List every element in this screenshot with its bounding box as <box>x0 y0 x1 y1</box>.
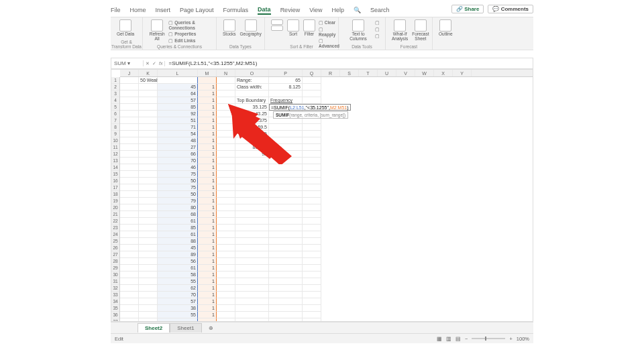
formula-input[interactable]: =SUMIF(L2:L51,"<35.1255",M2:M51) <box>165 60 260 66</box>
tab-insert[interactable]: Insert <box>156 7 171 13</box>
add-sheet-button[interactable]: ⊕ <box>202 324 220 333</box>
search[interactable]: Search <box>370 7 390 13</box>
stocks-button[interactable]: Stocks <box>223 19 236 37</box>
cancel-icon[interactable]: ✕ <box>146 61 150 66</box>
tab-formulas[interactable]: Formulas <box>223 7 249 13</box>
enter-icon[interactable]: ✓ <box>152 61 156 66</box>
tab-home[interactable]: Home <box>130 7 146 13</box>
column-headers[interactable]: JKLMNOPQRSTUVWXY <box>120 70 533 77</box>
tab-file[interactable]: File <box>111 7 121 13</box>
row-headers[interactable]: 1234567891011121314151617181920212223242… <box>111 77 120 321</box>
zoom-out-icon[interactable]: − <box>465 336 468 342</box>
zoom-slider[interactable] <box>472 338 505 339</box>
tab-page-layout[interactable]: Page Layout <box>180 7 214 13</box>
zoom-level[interactable]: 100% <box>517 336 529 342</box>
view-layout-icon[interactable]: ▥ <box>446 336 451 342</box>
refresh-all-button[interactable]: Refresh All <box>149 19 165 44</box>
tab-review[interactable]: Review <box>280 7 301 13</box>
outline-button[interactable]: Outline <box>439 19 453 37</box>
reapply[interactable]: ▢ Reapply <box>319 27 339 37</box>
status-bar: Edit ▦ ▥ ▤ − + 100% <box>111 333 533 343</box>
sheet-tab-sheet2[interactable]: Sheet2 <box>138 323 170 333</box>
tab-data[interactable]: Data <box>258 6 271 15</box>
queries-conn[interactable]: ▢ Queries & Connections <box>168 20 211 30</box>
geography-button[interactable]: Geography <box>240 19 262 37</box>
text-to-columns-button[interactable]: Text to Columns <box>345 19 372 41</box>
forecast-button[interactable]: Forecast Sheet <box>412 19 429 41</box>
view-break-icon[interactable]: ▤ <box>455 336 461 342</box>
share-button[interactable]: 🔗 Share <box>451 5 484 13</box>
sheet-tab-sheet1[interactable]: Sheet1 <box>170 323 201 333</box>
edit-links[interactable]: ▢ Edit Links <box>168 38 211 44</box>
fx-icon[interactable]: fx <box>159 61 162 66</box>
ribbon-tabs: File Home Insert Page Layout Formulas Da… <box>111 5 390 15</box>
tab-help[interactable]: Help <box>332 7 345 13</box>
status-mode: Edit <box>115 336 123 342</box>
function-tooltip: SUMIF(range, criteria, [sum_range]) <box>273 111 348 119</box>
ribbon: Get Data Get & Transform Data Refresh Al… <box>111 17 533 50</box>
comments-button[interactable]: 💬 Comments <box>488 5 533 13</box>
properties[interactable]: ▢ Properties <box>168 32 211 37</box>
view-normal-icon[interactable]: ▦ <box>437 336 442 342</box>
active-cell-edit[interactable]: =SUMIF(L2:L51,"<35.1255",M2:M51) <box>269 104 351 111</box>
clear[interactable]: ▢ Clear <box>319 20 339 25</box>
zoom-in-icon[interactable]: + <box>509 336 512 342</box>
name-box[interactable]: SUM ▾ <box>111 60 144 66</box>
get-data-button[interactable]: Get Data <box>117 19 134 37</box>
spreadsheet-grid[interactable]: JKLMNOPQRSTUVWXY 12345678910111213141516… <box>111 69 533 322</box>
tab-view[interactable]: View <box>309 7 322 13</box>
formula-bar: SUM ▾ ✕ ✓ fx =SUMIF(L2:L51,"<35.1255",M2… <box>111 58 533 69</box>
sheet-tab-bar: Sheet2 Sheet1 ⊕ <box>111 322 533 333</box>
whatif-button[interactable]: What-If Analysis <box>392 19 408 41</box>
